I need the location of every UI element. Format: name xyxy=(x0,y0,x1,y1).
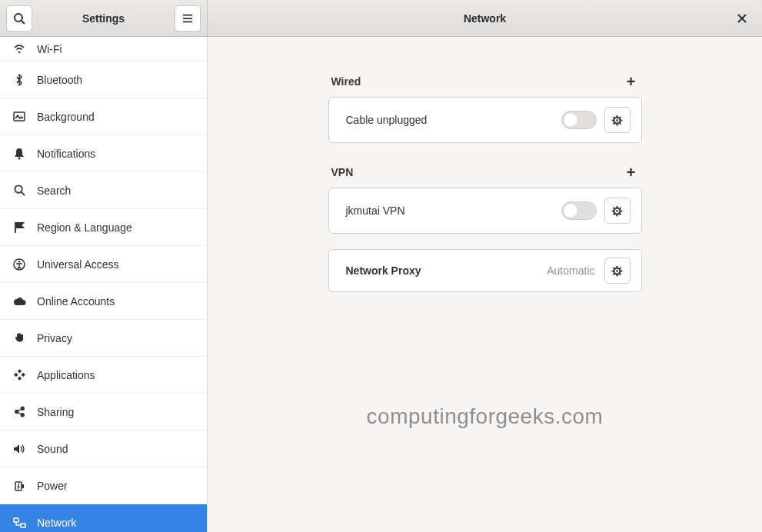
svg-line-1 xyxy=(22,21,25,24)
sidebar-item-sound[interactable]: Sound xyxy=(0,431,207,467)
wired-toggle[interactable] xyxy=(561,111,597,129)
wifi-icon xyxy=(12,42,26,56)
wired-settings-button[interactable] xyxy=(604,107,631,133)
svg-line-11 xyxy=(21,192,24,195)
sidebar-item-sharing[interactable]: Sharing xyxy=(0,394,207,431)
svg-point-7 xyxy=(18,51,21,53)
proxy-mode: Automatic xyxy=(547,264,594,277)
vpn-section: VPN + jkmutai VPN xyxy=(328,158,642,234)
sidebar-item-wifi[interactable]: Wi-Fi xyxy=(0,37,207,62)
vpn-name: jkmutai VPN xyxy=(346,204,554,217)
svg-rect-16 xyxy=(21,373,25,377)
titlebar-left: Settings xyxy=(0,0,208,36)
hand-icon xyxy=(12,331,26,345)
sidebar-item-label: Search xyxy=(37,185,71,197)
sidebar-item-label: Background xyxy=(37,111,95,123)
sidebar-item-network[interactable]: Network xyxy=(0,504,207,532)
svg-rect-2 xyxy=(183,14,192,15)
apps-icon xyxy=(12,368,26,382)
sidebar-item-label: Wi-Fi xyxy=(37,43,62,55)
sidebar-item-region[interactable]: Region & Language xyxy=(0,209,207,246)
sidebar-item-power[interactable]: Power xyxy=(0,467,207,504)
network-icon xyxy=(12,516,26,530)
cloud-icon xyxy=(12,294,26,308)
add-wired-button[interactable]: + xyxy=(624,74,639,89)
svg-rect-26 xyxy=(21,524,25,527)
sidebar-item-applications[interactable]: Applications xyxy=(0,357,207,394)
svg-rect-25 xyxy=(14,518,18,522)
sidebar-item-search[interactable]: Search xyxy=(0,172,207,209)
wired-status: Cable unplugged xyxy=(346,114,554,126)
vpn-title: VPN xyxy=(331,166,354,178)
svg-line-22 xyxy=(18,412,21,414)
background-icon xyxy=(12,110,26,124)
sidebar-item-label: Universal Access xyxy=(37,258,119,271)
titlebar-right: Network xyxy=(208,0,762,36)
sidebar-item-notifications[interactable]: Notifications xyxy=(0,135,207,172)
gear-icon xyxy=(611,265,623,277)
search-icon xyxy=(12,184,26,198)
share-icon xyxy=(12,405,26,419)
sidebar-item-label: Privacy xyxy=(37,332,72,344)
proxy-row[interactable]: Network Proxy Automatic xyxy=(329,250,641,291)
sidebar-item-label: Bluetooth xyxy=(37,74,82,86)
menu-button[interactable] xyxy=(175,5,201,32)
sidebar-item-label: Region & Language xyxy=(37,221,132,234)
search-icon xyxy=(13,12,25,25)
svg-rect-4 xyxy=(183,21,192,22)
sidebar-item-label: Notifications xyxy=(37,148,95,160)
vpn-row: jkmutai VPN xyxy=(329,188,641,233)
hamburger-icon xyxy=(182,13,193,24)
sidebar-item-universal-access[interactable]: Universal Access xyxy=(0,246,207,283)
accessibility-icon xyxy=(12,258,26,271)
titlebar: Settings Network xyxy=(0,0,762,37)
proxy-settings-button[interactable] xyxy=(604,258,631,284)
sidebar-item-label: Online Accounts xyxy=(37,295,115,308)
add-vpn-button[interactable]: + xyxy=(624,165,639,180)
sidebar-item-online-accounts[interactable]: Online Accounts xyxy=(0,283,207,320)
sidebar-item-label: Network xyxy=(37,517,76,529)
plus-icon: + xyxy=(627,164,636,181)
svg-point-18 xyxy=(15,410,18,413)
sidebar-item-label: Applications xyxy=(37,369,95,381)
content-area: Wired + Cable unplugged xyxy=(208,37,762,532)
wired-row: Cable unplugged xyxy=(329,98,641,142)
vpn-settings-button[interactable] xyxy=(604,198,631,224)
search-button[interactable] xyxy=(6,5,32,32)
bluetooth-icon xyxy=(12,73,26,87)
svg-point-9 xyxy=(18,157,21,159)
svg-line-21 xyxy=(18,409,21,411)
gear-icon xyxy=(611,205,623,217)
watermark: computingforgeeks.com xyxy=(208,404,762,429)
plus-icon: + xyxy=(627,73,636,91)
power-icon xyxy=(12,479,26,493)
page-title: Network xyxy=(208,12,762,25)
svg-rect-24 xyxy=(22,484,24,488)
close-icon xyxy=(737,14,747,23)
svg-rect-3 xyxy=(183,18,192,19)
vpn-toggle[interactable] xyxy=(561,201,597,220)
gear-icon xyxy=(611,115,623,126)
svg-point-10 xyxy=(15,185,22,192)
svg-rect-17 xyxy=(17,377,21,381)
flag-icon xyxy=(12,221,26,234)
svg-rect-15 xyxy=(14,373,18,377)
sidebar-item-label: Sound xyxy=(37,443,68,455)
bell-icon xyxy=(12,147,26,161)
wired-title: Wired xyxy=(331,75,361,88)
sidebar-item-background[interactable]: Background xyxy=(0,98,207,135)
wired-section: Wired + Cable unplugged xyxy=(328,68,642,143)
svg-point-0 xyxy=(15,14,22,22)
close-button[interactable] xyxy=(733,9,751,28)
sidebar-item-label: Power xyxy=(37,480,68,492)
sidebar-item-privacy[interactable]: Privacy xyxy=(0,320,207,357)
svg-point-19 xyxy=(21,407,24,410)
sound-icon xyxy=(12,442,26,456)
settings-title: Settings xyxy=(32,12,175,25)
sidebar: Wi-Fi Bluetooth Background Notifications xyxy=(0,37,208,532)
svg-point-13 xyxy=(18,261,21,263)
svg-rect-14 xyxy=(17,369,21,373)
sidebar-item-label: Sharing xyxy=(37,406,74,418)
sidebar-item-bluetooth[interactable]: Bluetooth xyxy=(0,62,207,98)
proxy-section: Network Proxy Automatic xyxy=(328,249,642,292)
